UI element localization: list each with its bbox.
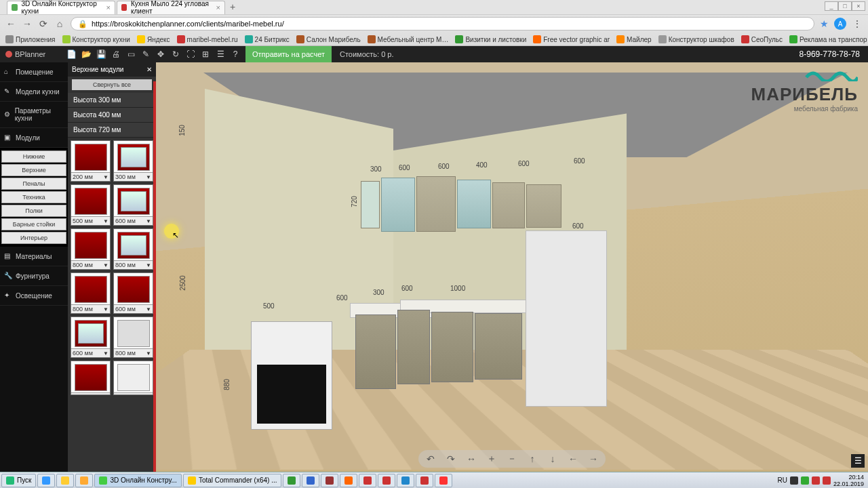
- subnav-lower[interactable]: Нижние: [1, 150, 66, 163]
- send-quote-button[interactable]: Отправить на расчет: [245, 46, 332, 62]
- chevron-down-icon[interactable]: ▼: [103, 174, 108, 180]
- bookmark-item[interactable]: Free vector graphic ar: [533, 35, 610, 43]
- upper-cabinet[interactable]: [492, 182, 525, 228]
- quick-launch-folder[interactable]: [75, 474, 93, 487]
- help-icon[interactable]: ?: [231, 49, 240, 59]
- select-icon[interactable]: ▭: [126, 49, 136, 59]
- lang-indicator[interactable]: RU: [778, 476, 787, 484]
- chevron-down-icon[interactable]: ▼: [103, 350, 108, 357]
- rotate-icon[interactable]: ↻: [171, 49, 180, 59]
- module-thumb[interactable]: 500 мм▼: [71, 184, 111, 226]
- lower-cabinet[interactable]: [475, 313, 522, 380]
- taskbar-app[interactable]: [321, 474, 338, 487]
- chevron-down-icon[interactable]: ▼: [103, 262, 108, 268]
- quick-launch-ie[interactable]: [37, 474, 55, 487]
- bookmark-item[interactable]: Визитки и листовки: [455, 35, 526, 43]
- grid-icon[interactable]: ⊞: [201, 49, 210, 59]
- window-minimize[interactable]: _: [825, 1, 838, 11]
- upper-cabinet-glass[interactable]: [457, 180, 491, 228]
- module-thumb[interactable]: 600 мм▼: [113, 184, 153, 226]
- chevron-down-icon[interactable]: ▼: [146, 350, 151, 357]
- subnav-interior[interactable]: Интерьер: [1, 232, 66, 244]
- taskbar-app-tc[interactable]: Total Commander (x64) ...: [183, 474, 282, 487]
- up-icon[interactable]: ↑: [526, 452, 539, 466]
- zoom-in-icon[interactable]: ＋: [485, 452, 498, 466]
- left-icon[interactable]: ←: [566, 452, 580, 466]
- menu-materials[interactable]: ▤Материалы: [0, 247, 68, 266]
- save-icon[interactable]: 💾: [96, 49, 106, 59]
- start-button[interactable]: Пуск: [1, 474, 36, 487]
- bookmark-item[interactable]: Мебельный центр М…: [368, 35, 449, 43]
- taskbar-app[interactable]: [416, 474, 433, 487]
- taskbar-app-chrome[interactable]: 3D Онлайн Констру...: [94, 474, 181, 487]
- bookmark-item[interactable]: СеоПульс: [741, 35, 783, 43]
- chevron-down-icon[interactable]: ▼: [146, 262, 151, 268]
- menu-hardware[interactable]: 🔧Фурнитура: [0, 266, 68, 286]
- profile-avatar[interactable]: А: [834, 18, 846, 30]
- home-icon[interactable]: ⌂: [54, 18, 65, 29]
- chevron-down-icon[interactable]: ▼: [103, 218, 108, 224]
- orbit-left-icon[interactable]: ↶: [424, 452, 437, 466]
- tray-icon[interactable]: [823, 476, 831, 485]
- fridge[interactable]: [526, 230, 607, 407]
- clock[interactable]: 20:14 22.01.2019: [833, 474, 864, 487]
- chevron-down-icon[interactable]: ▼: [146, 218, 151, 224]
- tray-icon[interactable]: [790, 476, 798, 485]
- menu-icon[interactable]: ⋮: [852, 18, 863, 29]
- reload-icon[interactable]: ⟳: [38, 18, 49, 29]
- close-tab-icon[interactable]: ×: [216, 3, 220, 12]
- module-thumb[interactable]: 300 мм▼: [113, 140, 153, 182]
- chevron-down-icon[interactable]: ▼: [146, 174, 151, 180]
- module-thumb[interactable]: 200 мм▼: [71, 140, 111, 182]
- apps-button[interactable]: Приложения: [5, 35, 56, 43]
- move-icon[interactable]: ✥: [156, 49, 165, 59]
- tray-icon[interactable]: [812, 476, 820, 485]
- module-thumb[interactable]: 800 мм▼: [113, 317, 153, 358]
- lower-cabinet[interactable]: [397, 310, 430, 384]
- bookmark-item[interactable]: Яндекс: [137, 35, 170, 43]
- taskbar-app[interactable]: [397, 474, 414, 487]
- new-tab-button[interactable]: +: [226, 1, 239, 14]
- close-panel-icon[interactable]: ✕: [146, 66, 152, 73]
- window-maximize[interactable]: □: [838, 1, 852, 11]
- open-icon[interactable]: 📂: [81, 49, 91, 59]
- subnav-tech[interactable]: Техника: [1, 191, 66, 203]
- taskbar-app[interactable]: [302, 474, 319, 487]
- module-thumb[interactable]: 600 мм▼: [113, 272, 153, 314]
- address-bar[interactable]: 🔒 https://broskokitchenplanner.com/clien…: [71, 17, 814, 30]
- subnav-shelves[interactable]: Полки: [1, 205, 66, 217]
- upper-cabinet[interactable]: [416, 176, 456, 232]
- section-h400[interactable]: Высота 400 мм: [68, 108, 156, 123]
- canvas-3d[interactable]: 150 2500 720 880 300 600 600 400 600 600…: [156, 62, 868, 472]
- menu-lighting[interactable]: ✦Освещение: [0, 286, 68, 306]
- subnav-bar[interactable]: Барные стойки: [1, 218, 66, 230]
- print-icon[interactable]: 🖨: [111, 49, 121, 59]
- orbit-right-icon[interactable]: ↷: [444, 452, 458, 466]
- list-icon[interactable]: ☰: [216, 49, 225, 59]
- upper-cabinet[interactable]: [361, 181, 380, 228]
- menu-models[interactable]: ✎Модели кухни: [0, 82, 68, 102]
- bookmark-item[interactable]: Конструктор шкафов: [658, 35, 734, 43]
- module-thumb[interactable]: 600 мм▼: [71, 317, 111, 358]
- section-h720[interactable]: Высота 720 мм: [68, 123, 156, 138]
- right-icon[interactable]: →: [587, 452, 600, 466]
- menu-params[interactable]: ⚙Параметры кухни: [0, 102, 68, 128]
- taskbar-app[interactable]: [378, 474, 395, 487]
- expand-icon[interactable]: ⛶: [186, 49, 195, 59]
- lower-cabinet[interactable]: [355, 314, 396, 389]
- zoom-out-icon[interactable]: －: [505, 452, 519, 466]
- bookmark-item[interactable]: Реклама на транспор: [789, 35, 867, 43]
- taskbar-app[interactable]: [359, 474, 376, 487]
- subnav-upper[interactable]: Верхние: [1, 164, 66, 176]
- side-panel-toggle[interactable]: ☰: [851, 454, 865, 468]
- taskbar-app[interactable]: [435, 474, 452, 487]
- back-icon[interactable]: ←: [5, 18, 16, 29]
- browser-tab-2[interactable]: Кухня Мыло 224 угловая клиент ×: [117, 1, 225, 14]
- upper-cabinet[interactable]: [526, 184, 561, 228]
- close-tab-icon[interactable]: ×: [106, 3, 111, 12]
- browser-tab-1[interactable]: 3D Онлайн Конструктор кухни ×: [7, 1, 115, 14]
- window-close[interactable]: ×: [852, 1, 865, 11]
- section-h300[interactable]: Высота 300 мм: [68, 93, 156, 108]
- module-thumb[interactable]: [71, 361, 111, 395]
- subnav-penal[interactable]: Пеналы: [1, 178, 66, 190]
